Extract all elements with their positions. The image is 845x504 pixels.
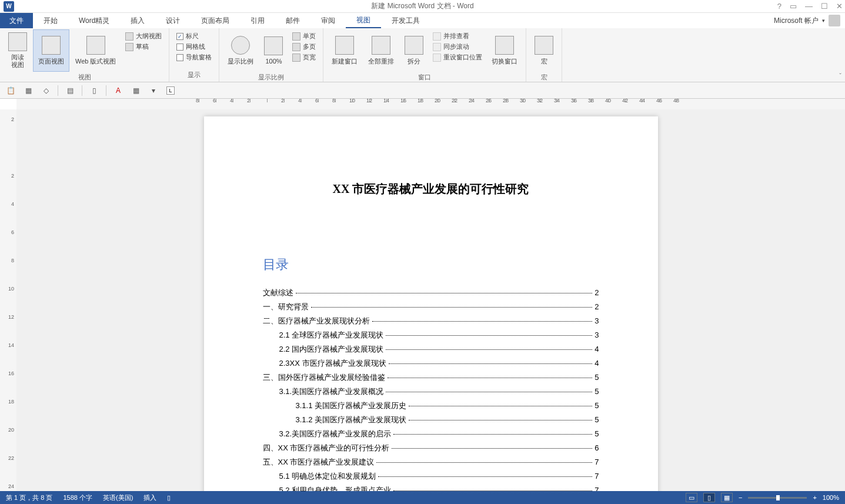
ribbon-display-icon[interactable]: ▭ bbox=[790, 2, 797, 11]
horizontal-ruler[interactable]: 8642246810121416182022242628303234363840… bbox=[16, 99, 845, 109]
maximize-icon[interactable]: ☐ bbox=[821, 2, 828, 11]
tab-4[interactable]: 页面布局 bbox=[191, 13, 240, 28]
toc-heading[interactable]: 目录 bbox=[263, 256, 599, 273]
toc-entry[interactable]: 一、研究背景2 bbox=[263, 302, 599, 312]
new-window-button[interactable]: 新建窗口 bbox=[327, 29, 362, 72]
toc-text: 2.1 全球医疗器械产业发展现状 bbox=[279, 330, 384, 341]
tab-7[interactable]: 审阅 bbox=[310, 13, 346, 28]
navpane-checkbox[interactable]: 导航窗格 bbox=[176, 53, 212, 62]
avatar-icon[interactable] bbox=[829, 15, 840, 26]
toc-leader bbox=[388, 378, 593, 378]
status-page[interactable]: 第 1 页，共 8 页 bbox=[6, 493, 52, 502]
qat-border-icon[interactable]: ▦ bbox=[130, 85, 142, 96]
read-view-button[interactable]: 阅读 视图 bbox=[4, 29, 32, 72]
macros-button[interactable]: 宏 bbox=[530, 29, 558, 72]
status-language[interactable]: 英语(美国) bbox=[103, 493, 133, 502]
tab-9[interactable]: 开发工具 bbox=[381, 13, 430, 28]
print-layout-icon[interactable]: ▯ bbox=[703, 493, 715, 502]
toc-page: 5 bbox=[594, 373, 599, 382]
multi-page-button[interactable]: 多页 bbox=[292, 42, 316, 51]
tab-1[interactable]: Word精灵 bbox=[68, 13, 120, 28]
account-area[interactable]: Microsoft 帐户 ▾ bbox=[774, 15, 840, 26]
collapse-ribbon-icon[interactable]: ˇ bbox=[839, 72, 841, 79]
onepage-icon bbox=[292, 32, 300, 41]
close-icon[interactable]: ✕ bbox=[836, 2, 843, 11]
macro-record-icon[interactable]: ▯ bbox=[167, 494, 171, 502]
toc-entry[interactable]: 四、XX 市医疗器械产业的可行性分析6 bbox=[263, 443, 599, 453]
zoom-slider[interactable] bbox=[748, 497, 807, 499]
account-label: Microsoft 帐户 bbox=[774, 16, 819, 26]
toc-entry[interactable]: 五、XX 市医疗器械产业发展建议7 bbox=[263, 457, 599, 468]
separator bbox=[82, 85, 82, 96]
qat-indent-icon[interactable]: ▤ bbox=[64, 85, 76, 96]
word-app-icon: W bbox=[4, 1, 14, 12]
minimize-icon[interactable]: — bbox=[805, 2, 813, 11]
hundred-percent-button[interactable]: 100% bbox=[259, 29, 288, 72]
zoom-out-icon[interactable]: − bbox=[739, 494, 742, 501]
ruler-checkbox[interactable]: 标尺 bbox=[176, 32, 212, 41]
toc-leader bbox=[386, 335, 592, 336]
arrange-all-button[interactable]: 全部重排 bbox=[363, 29, 399, 72]
toc-entry[interactable]: 5.1 明确总体定位和发展规划7 bbox=[263, 471, 599, 482]
web-view-button[interactable]: Web 版式视图 bbox=[71, 29, 121, 72]
read-mode-icon[interactable]: ▭ bbox=[686, 493, 697, 502]
ruler-v-tick: 2 bbox=[6, 173, 14, 179]
tab-5[interactable]: 引用 bbox=[240, 13, 275, 28]
toc-text: 3.1.1 美国医疗器械产业发展历史 bbox=[296, 400, 407, 411]
toc-entry[interactable]: 2.3XX 市医疗器械产业发展现状4 bbox=[263, 358, 599, 369]
file-tab[interactable]: 文件 bbox=[0, 13, 33, 28]
ribbon-group-views: 阅读 视图 页面视图 Web 版式视图 大纲视图 草稿 视图 bbox=[0, 28, 169, 82]
qat-page-icon[interactable]: ▯ bbox=[88, 85, 100, 96]
ribbon-group-window: 新建窗口 全部重排 拆分 并排查看 同步滚动 重设窗口位置 切换窗口 窗口 bbox=[323, 28, 526, 82]
zoom-level[interactable]: 100% bbox=[823, 494, 839, 501]
toc-entry[interactable]: 3.2.美国医疗器械产业发展的启示5 bbox=[263, 429, 599, 439]
document-page[interactable]: XX 市医疗器械产业发展的可行性研究 目录 文献综述2一、研究背景2二、医疗器械… bbox=[204, 116, 658, 491]
status-words[interactable]: 1588 个字 bbox=[63, 493, 92, 502]
qat-table-icon[interactable]: ▦ bbox=[22, 85, 34, 96]
draft-view-button[interactable]: 草稿 bbox=[125, 42, 162, 51]
tab-3[interactable]: 设计 bbox=[155, 13, 191, 28]
one-page-button[interactable]: 单页 bbox=[292, 32, 316, 41]
toc-leader bbox=[311, 307, 593, 308]
qat-font-color-icon[interactable]: A bbox=[112, 85, 124, 96]
toc-entry[interactable]: 3.1.美国医疗器械产业发展概况5 bbox=[263, 386, 599, 397]
toc-entry[interactable]: 文献综述2 bbox=[263, 288, 599, 298]
toc-entry[interactable]: 2.2 国内医疗器械产业发展现状4 bbox=[263, 344, 599, 355]
tab-0[interactable]: 开始 bbox=[33, 13, 68, 28]
zoom-button[interactable]: 显示比例 bbox=[223, 29, 258, 72]
tab-marker[interactable]: L bbox=[166, 86, 175, 95]
qat-dropdown-icon[interactable]: ▾ bbox=[148, 85, 159, 96]
title-bar: W 新建 Microsoft Word 文档 - Word ? ▭ — ☐ ✕ bbox=[0, 0, 845, 13]
ruler-tick: 2 bbox=[250, 99, 267, 102]
zoom-thumb[interactable] bbox=[776, 495, 780, 500]
help-icon[interactable]: ? bbox=[777, 2, 781, 11]
gridlines-checkbox[interactable]: 网格线 bbox=[176, 42, 212, 51]
toc-entry[interactable]: 三、国外医疗器械产业发展经验借鉴5 bbox=[263, 372, 599, 383]
zoom-in-icon[interactable]: + bbox=[813, 494, 816, 501]
toc-entry[interactable]: 二、医疗器械产业发展现状分析3 bbox=[263, 316, 599, 326]
outline-view-button[interactable]: 大纲视图 bbox=[125, 32, 162, 41]
tab-2[interactable]: 插入 bbox=[120, 13, 155, 28]
toc-text: 四、XX 市医疗器械产业的可行性分析 bbox=[263, 443, 390, 453]
qat-shape-icon[interactable]: ◇ bbox=[40, 85, 52, 96]
toc-entry[interactable]: 3.1.1 美国医疗器械产业发展历史5 bbox=[263, 400, 599, 411]
toc-leader bbox=[389, 363, 593, 364]
switch-window-button[interactable]: 切换窗口 bbox=[487, 29, 522, 72]
vertical-ruler[interactable]: 224681012141618202224 bbox=[0, 109, 16, 491]
toc-entry[interactable]: 3.1.2 美国医疗器械产业发展现状5 bbox=[263, 415, 599, 425]
toc-entry[interactable]: 5.2 利用自身优势，形成重点产业7 bbox=[263, 485, 599, 491]
page-width-button[interactable]: 页宽 bbox=[292, 53, 316, 62]
account-dropdown-icon[interactable]: ▾ bbox=[822, 18, 825, 24]
split-button[interactable]: 拆分 bbox=[400, 29, 428, 72]
tab-8[interactable]: 视图 bbox=[346, 13, 381, 28]
document-title[interactable]: XX 市医疗器械产业发展的可行性研究 bbox=[263, 181, 599, 197]
separator bbox=[106, 85, 106, 96]
page-view-button[interactable]: 页面视图 bbox=[33, 29, 69, 72]
status-mode[interactable]: 插入 bbox=[143, 493, 156, 502]
document-scroll[interactable]: XX 市医疗器械产业发展的可行性研究 目录 文献综述2一、研究背景2二、医疗器械… bbox=[16, 109, 845, 491]
toc-page: 6 bbox=[594, 443, 599, 452]
tab-6[interactable]: 邮件 bbox=[275, 13, 310, 28]
qat-paste-icon[interactable]: 📋 bbox=[5, 85, 16, 96]
toc-entry[interactable]: 2.1 全球医疗器械产业发展现状3 bbox=[263, 330, 599, 341]
web-layout-icon[interactable]: ▦ bbox=[721, 493, 733, 502]
